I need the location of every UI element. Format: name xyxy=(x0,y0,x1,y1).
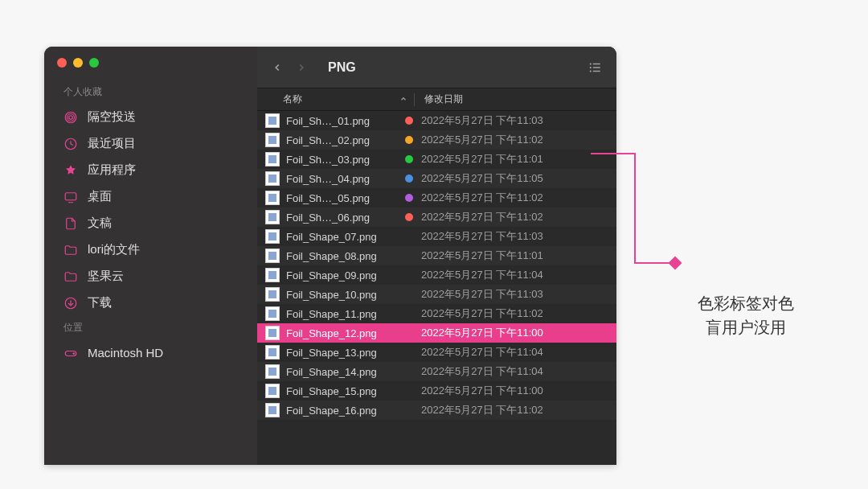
document-icon xyxy=(63,216,78,231)
file-thumbnail-icon xyxy=(265,364,280,379)
sidebar-section-title: 个人收藏 xyxy=(44,80,257,104)
file-thumbnail-icon xyxy=(265,287,280,302)
color-tag-icon xyxy=(405,194,413,202)
file-thumbnail-icon xyxy=(265,268,280,282)
svg-point-14 xyxy=(590,70,592,72)
window-controls xyxy=(44,58,257,80)
sort-indicator-icon xyxy=(399,94,407,105)
file-thumbnail-icon xyxy=(265,249,280,263)
sidebar-item-label: lori的文件 xyxy=(88,242,140,257)
view-options-icon[interactable] xyxy=(586,60,604,75)
file-date: 2022年5月27日 下午11:03 xyxy=(421,113,543,128)
annotation-line2: 盲用户没用 xyxy=(674,315,818,339)
file-row[interactable]: Foil_Sh…_04.png2022年5月27日 下午11:05 xyxy=(257,169,616,188)
file-name: Foil_Shape_09.png xyxy=(286,269,405,281)
maximize-button[interactable] xyxy=(89,58,99,68)
annotation-text: 色彩标签对色 盲用户没用 xyxy=(674,291,818,339)
apps-icon xyxy=(63,163,78,178)
color-tag-icon xyxy=(405,213,413,221)
clock-icon xyxy=(63,137,78,151)
file-row[interactable]: Foil_Shape_07.png2022年5月27日 下午11:03 xyxy=(257,227,616,246)
sidebar-item[interactable]: 隔空投送 xyxy=(44,104,257,130)
file-row[interactable]: Foil_Shape_12.png2022年5月27日 下午11:00 xyxy=(257,323,616,343)
file-thumbnail-icon xyxy=(265,171,280,186)
file-date: 2022年5月27日 下午11:04 xyxy=(421,345,543,360)
svg-point-10 xyxy=(590,63,592,64)
file-date: 2022年5月27日 下午11:03 xyxy=(421,229,543,244)
file-row[interactable]: Foil_Sh…_06.png2022年5月27日 下午11:02 xyxy=(257,208,616,227)
file-thumbnail-icon xyxy=(265,306,280,321)
sidebar-item[interactable]: 应用程序 xyxy=(44,157,257,183)
sidebar-item[interactable]: 桌面 xyxy=(44,183,257,210)
svg-rect-15 xyxy=(593,70,600,72)
sidebar: 个人收藏隔空投送最近项目应用程序桌面文稿lori的文件坚果云下载位置Macint… xyxy=(44,47,257,465)
download-icon xyxy=(63,296,78,310)
svg-rect-11 xyxy=(593,63,600,64)
sidebar-item-label: 隔空投送 xyxy=(88,109,136,125)
file-name: Foil_Shape_15.png xyxy=(286,385,405,397)
file-date: 2022年5月27日 下午11:04 xyxy=(421,364,543,379)
file-row[interactable]: Foil_Shape_14.png2022年5月27日 下午11:04 xyxy=(257,362,616,381)
finder-window: 个人收藏隔空投送最近项目应用程序桌面文稿lori的文件坚果云下载位置Macint… xyxy=(44,47,616,465)
svg-point-0 xyxy=(69,115,73,119)
file-row[interactable]: Foil_Sh…_02.png2022年5月27日 下午11:02 xyxy=(257,130,616,150)
back-button[interactable] xyxy=(270,60,285,75)
toolbar: PNG xyxy=(257,47,616,88)
close-button[interactable] xyxy=(57,58,67,68)
file-name: Foil_Shape_10.png xyxy=(286,289,405,301)
file-row[interactable]: Foil_Sh…_03.png2022年5月27日 下午11:01 xyxy=(257,150,616,169)
file-thumbnail-icon xyxy=(265,384,280,398)
file-name: Foil_Shape_14.png xyxy=(286,366,405,378)
file-row[interactable]: Foil_Shape_09.png2022年5月27日 下午11:04 xyxy=(257,265,616,285)
annotation-connector xyxy=(634,153,636,264)
column-name-header[interactable]: 名称 xyxy=(257,92,414,106)
sidebar-section-title: 位置 xyxy=(44,316,257,339)
file-name: Foil_Sh…_03.png xyxy=(286,154,405,166)
sidebar-item[interactable]: 文稿 xyxy=(44,210,257,236)
file-date: 2022年5月27日 下午11:01 xyxy=(421,249,543,263)
file-date: 2022年5月27日 下午11:00 xyxy=(421,326,543,340)
svg-point-9 xyxy=(73,353,75,355)
file-name: Foil_Sh…_01.png xyxy=(286,115,405,127)
folder-title: PNG xyxy=(328,60,356,75)
file-date: 2022年5月27日 下午11:04 xyxy=(421,268,543,282)
file-row[interactable]: Foil_Shape_16.png2022年5月27日 下午11:02 xyxy=(257,401,616,420)
file-name: Foil_Shape_16.png xyxy=(286,405,405,417)
file-date: 2022年5月27日 下午11:01 xyxy=(421,152,543,166)
file-thumbnail-icon xyxy=(265,229,280,244)
file-name: Foil_Shape_11.png xyxy=(286,308,405,320)
file-date: 2022年5月27日 下午11:00 xyxy=(421,384,543,398)
file-row[interactable]: Foil_Shape_13.png2022年5月27日 下午11:04 xyxy=(257,343,616,362)
file-row[interactable]: Foil_Shape_10.png2022年5月27日 下午11:03 xyxy=(257,285,616,304)
file-row[interactable]: Foil_Sh…_05.png2022年5月27日 下午11:02 xyxy=(257,188,616,208)
file-date: 2022年5月27日 下午11:02 xyxy=(421,191,543,205)
file-date: 2022年5月27日 下午11:02 xyxy=(421,403,543,417)
file-name: Foil_Sh…_04.png xyxy=(286,173,405,185)
minimize-button[interactable] xyxy=(73,58,83,68)
file-row[interactable]: Foil_Shape_08.png2022年5月27日 下午11:01 xyxy=(257,246,616,265)
file-list: Foil_Sh…_01.png2022年5月27日 下午11:03Foil_Sh… xyxy=(257,111,616,465)
sidebar-item[interactable]: lori的文件 xyxy=(44,236,257,263)
desktop-icon xyxy=(63,190,78,204)
file-thumbnail-icon xyxy=(265,345,280,360)
column-header: 名称 修改日期 xyxy=(257,88,616,111)
forward-button[interactable] xyxy=(294,60,309,75)
sidebar-item[interactable]: 下载 xyxy=(44,290,257,316)
file-name: Foil_Shape_12.png xyxy=(286,327,405,339)
svg-point-1 xyxy=(68,113,75,121)
color-tag-icon xyxy=(405,117,413,125)
file-date: 2022年5月27日 下午11:02 xyxy=(421,306,543,321)
sidebar-item[interactable]: Macintosh HD xyxy=(44,339,257,365)
sidebar-item-label: 应用程序 xyxy=(88,162,136,178)
file-name: Foil_Shape_07.png xyxy=(286,231,405,243)
color-tag-icon xyxy=(405,155,413,163)
file-name: Foil_Shape_08.png xyxy=(286,250,405,262)
file-name: Foil_Sh…_02.png xyxy=(286,134,405,146)
file-row[interactable]: Foil_Shape_15.png2022年5月27日 下午11:00 xyxy=(257,381,616,401)
file-row[interactable]: Foil_Sh…_01.png2022年5月27日 下午11:03 xyxy=(257,111,616,130)
sidebar-item[interactable]: 坚果云 xyxy=(44,263,257,290)
sidebar-item[interactable]: 最近项目 xyxy=(44,130,257,157)
column-date-header[interactable]: 修改日期 xyxy=(414,93,616,106)
sidebar-item-label: 坚果云 xyxy=(88,269,124,284)
file-row[interactable]: Foil_Shape_11.png2022年5月27日 下午11:02 xyxy=(257,304,616,323)
